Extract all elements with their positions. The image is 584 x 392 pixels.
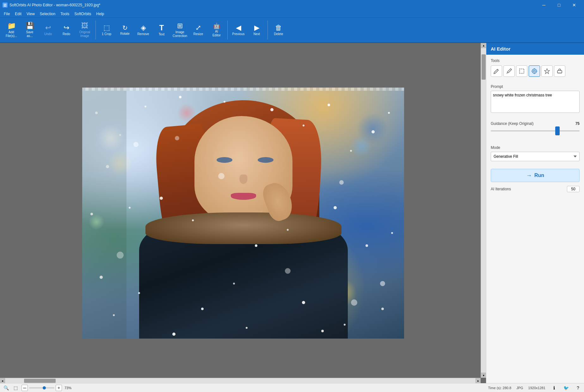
zoom-slider-thumb[interactable] — [43, 386, 46, 389]
title-bar-controls[interactable]: ─ □ ✕ — [537, 0, 581, 10]
run-button[interactable]: → Run — [491, 169, 580, 182]
menu-help[interactable]: Help — [94, 11, 107, 17]
remove-icon: ◈ — [141, 24, 146, 31]
rotate-icon: ↻ — [122, 25, 128, 31]
canvas-area[interactable]: ◂ ▸ ▴ ▾ — [0, 43, 486, 383]
rotate-label: Rotate — [120, 32, 129, 36]
redo-label: Redo — [63, 32, 70, 36]
tools-section-title: Tools — [491, 58, 580, 63]
menu-tools[interactable]: Tools — [58, 11, 72, 17]
toolbar-rotate-button[interactable]: ↻ Rotate — [116, 19, 134, 41]
eraser-tool-btn[interactable] — [554, 65, 565, 77]
star-tool-btn[interactable] — [541, 65, 553, 77]
close-button[interactable]: ✕ — [567, 0, 581, 10]
guidance-value: 75 — [575, 121, 580, 126]
bokeh-7 — [357, 113, 388, 144]
image-correction-icon: ⊞ — [177, 22, 183, 29]
crop-label: 1 Crop — [102, 32, 111, 36]
guidance-slider-thumb[interactable] — [555, 126, 560, 135]
zoom-in-button[interactable]: ＋ — [56, 385, 62, 391]
scroll-thumb-h[interactable] — [24, 379, 56, 383]
image-correction-label: ImageCorrection — [173, 30, 187, 38]
panel-title: AI Editor — [491, 46, 511, 52]
menu-view[interactable]: View — [24, 11, 37, 17]
menu-file[interactable]: File — [1, 11, 12, 17]
pencil-tool-btn[interactable] — [491, 65, 502, 77]
status-bar: 🔍 ⬚ ─ ＋ 73% Time (s): 280.8 JPG 1920x128… — [0, 383, 584, 392]
toolbar-resize-button[interactable]: ⤢ Resize — [189, 19, 207, 41]
zoom-fit-btn[interactable]: 🔍 — [3, 384, 9, 391]
scroll-track-v[interactable] — [481, 48, 486, 373]
right-panel: AI Editor Tools — [486, 43, 584, 383]
rect-select-icon — [519, 68, 525, 74]
guidance-slider-track[interactable] — [491, 130, 580, 132]
toolbar-ai-editor-button[interactable]: 🤖 AIEditor — [208, 19, 225, 41]
photo-container — [82, 88, 404, 339]
scroll-right-btn[interactable]: ▸ — [476, 378, 481, 383]
menu-selection[interactable]: Selection — [37, 11, 58, 17]
time-value: 280.8 — [503, 386, 512, 390]
remove-label: Remove — [137, 32, 149, 36]
prompt-label: Prompt — [491, 84, 580, 89]
toolbar-save-button[interactable]: 💾 Saveas... — [21, 19, 39, 41]
toolbar-previous-button[interactable]: ◀ Previous — [230, 19, 247, 41]
resize-label: Resize — [194, 32, 203, 36]
bokeh-4 — [89, 214, 104, 230]
ai-editor-label: AIEditor — [212, 30, 221, 37]
zoom-actual-btn[interactable]: ⬚ — [12, 384, 19, 391]
right-eye — [258, 157, 274, 163]
guidance-slider-fill — [491, 130, 557, 132]
run-section: → Run AI Iterations 50 — [486, 165, 584, 196]
svg-marker-48 — [544, 69, 550, 74]
scroll-track-h[interactable] — [5, 378, 476, 383]
text-icon: T — [159, 24, 164, 32]
zoom-slider-track[interactable] — [29, 387, 54, 389]
mode-select[interactable]: Generative Fill Inpainting Outpainting — [491, 152, 580, 161]
scroll-down-btn[interactable]: ▾ — [481, 373, 486, 378]
crop-icon: ⬚ — [103, 24, 110, 31]
save-label: Saveas... — [26, 30, 34, 38]
format-value: JPG — [516, 386, 523, 390]
menu-softorbits[interactable]: SoftOrbits — [72, 11, 94, 17]
prompt-textarea[interactable]: snowy white frozen christmass tree — [491, 91, 580, 113]
minimize-button[interactable]: ─ — [537, 0, 551, 10]
save-icon: 💾 — [26, 22, 34, 29]
toolbar-crop-button[interactable]: ⬚ 1 Crop — [98, 19, 115, 41]
guidance-slider-container[interactable] — [491, 128, 580, 134]
vertical-scrollbar[interactable]: ▴ ▾ — [481, 43, 486, 378]
brush-tool-btn[interactable] — [503, 65, 515, 77]
toolbar-text-button[interactable]: T Text — [153, 19, 170, 41]
help-btn[interactable]: ? — [575, 384, 581, 391]
rect-select-tool-btn[interactable] — [516, 65, 527, 77]
toolbar-redo-button[interactable]: ↪ Redo — [58, 19, 75, 41]
lips — [231, 193, 256, 200]
time-label-text: Time (s): — [488, 386, 502, 390]
toolbar-add-button[interactable]: 📁 Add File(s)... — [3, 19, 20, 41]
toolbar-next-button[interactable]: ▶ Next — [248, 19, 266, 41]
toolbar-delete-button[interactable]: 🗑 Delete — [270, 19, 287, 41]
toolbar-remove-button[interactable]: ◈ Remove — [134, 19, 152, 41]
zoom-control[interactable]: ─ ＋ — [22, 385, 62, 391]
toolbar-undo-button[interactable]: ↩ Undo — [39, 19, 57, 41]
svg-rect-49 — [557, 70, 562, 73]
add-files-icon: 📁 — [7, 22, 16, 29]
previous-icon: ◀ — [236, 24, 241, 31]
title-bar: 🖼 SoftOrbits AI Photo Editor - woman-600… — [0, 0, 584, 10]
maximize-button[interactable]: □ — [552, 0, 566, 10]
toolbar-original-button[interactable]: 🖼 OriginalImage — [76, 19, 94, 41]
next-icon: ▶ — [254, 24, 260, 31]
scroll-left-btn[interactable]: ◂ — [0, 378, 5, 383]
menu-edit[interactable]: Edit — [12, 11, 24, 17]
original-icon: 🖼 — [81, 22, 88, 29]
zoom-out-button[interactable]: ─ — [22, 385, 28, 391]
info-btn[interactable]: ℹ — [550, 384, 557, 391]
status-right: Time (s): 280.8 JPG 1920x1281 ℹ 🐦 ? — [488, 384, 581, 391]
horizontal-scrollbar[interactable]: ◂ ▸ — [0, 378, 481, 383]
mode-section: Mode Generative Fill Inpainting Outpaint… — [486, 142, 584, 165]
toolbar-image-correction-button[interactable]: ⊞ ImageCorrection — [171, 19, 189, 41]
scroll-thumb-v[interactable] — [482, 54, 486, 80]
share-twitter-btn[interactable]: 🐦 — [562, 384, 569, 391]
time-label: Time (s): 280.8 — [488, 386, 512, 390]
lasso-tool-btn[interactable] — [529, 65, 540, 77]
scroll-up-btn[interactable]: ▴ — [481, 43, 486, 48]
